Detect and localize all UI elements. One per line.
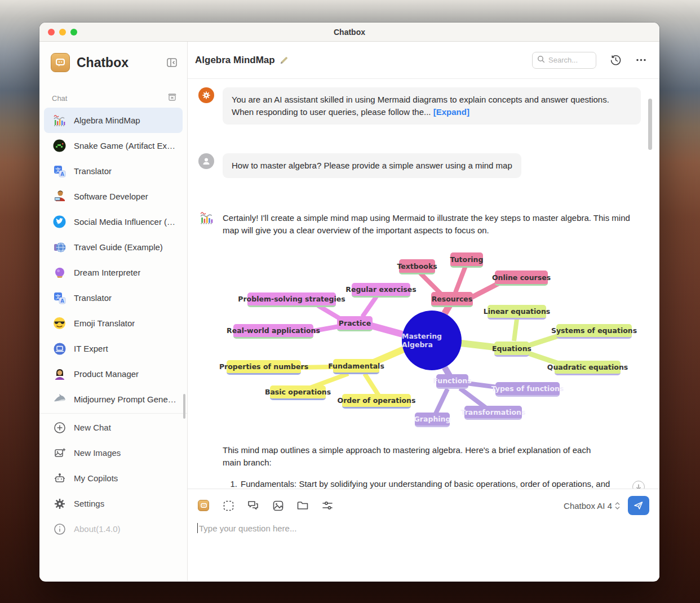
globe-icon — [52, 240, 67, 255]
assistant-toggle-icon[interactable] — [197, 499, 210, 512]
mindmap-node: Linear equations — [488, 305, 546, 320]
sidebar-item-translator-2[interactable]: 文A Translator — [44, 285, 183, 311]
shark-icon — [52, 392, 67, 407]
mindmap-node: Online courses — [495, 271, 548, 286]
sidebar-item-label: Product Manager — [74, 369, 139, 379]
edit-title-icon[interactable] — [280, 56, 289, 65]
message-input-placeholder: Type your question here... — [199, 524, 296, 533]
attach-file-icon[interactable] — [296, 499, 309, 512]
mindmap-node: Fundamentals — [333, 359, 379, 374]
menu-item-label: My Copilots — [74, 473, 118, 483]
game-icon — [52, 138, 67, 153]
send-button[interactable] — [628, 496, 649, 515]
settings-sliders-icon[interactable] — [321, 499, 334, 512]
sidebar-divider — [39, 413, 187, 414]
sidebar-item-label: Translator — [74, 166, 112, 176]
chat-section-label: Chat — [52, 94, 167, 103]
mindmap-node: Problem-solving strategies — [247, 292, 336, 307]
collapse-sidebar-icon[interactable] — [166, 56, 178, 69]
sidebar-item-travel-guide[interactable]: Travel Guide (Example) — [44, 234, 183, 260]
settings-button[interactable]: Settings — [44, 491, 183, 516]
mindmap-node: Textbooks — [399, 259, 435, 274]
chart-icon — [52, 113, 67, 128]
chatbox-window: Chatbox Chatbox Chat — [39, 23, 659, 582]
sidebar-menu: New Chat New Images My Copilots — [39, 415, 187, 542]
new-images-button[interactable]: New Images — [44, 440, 183, 465]
user-avatar — [198, 153, 214, 169]
sidebar-item-label: Algebra MindMap — [74, 116, 140, 125]
sidebar-item-social-media-influencer[interactable]: Social Media Influencer (E… — [44, 209, 183, 234]
sidebar-item-it-expert[interactable]: IT Expert — [44, 336, 183, 361]
main-panel: Algebra MindMap — [188, 42, 659, 581]
menu-item-label: Settings — [74, 499, 104, 508]
mindmap-node: Basic operations — [270, 385, 326, 400]
screenshot-select-icon[interactable] — [222, 499, 234, 512]
conversation-title: Algebra MindMap — [195, 55, 275, 66]
model-label: Chatbox AI 4 — [564, 501, 612, 511]
sidebar-item-label: Emoji Translator — [74, 318, 135, 328]
quote-messages-icon[interactable] — [247, 499, 259, 512]
sidebar-item-midjourney-prompt[interactable]: Midjourney Prompt Gener… — [44, 387, 183, 412]
mindmap-node: Graphing — [415, 413, 450, 427]
mindmap-node: Functions — [436, 374, 468, 389]
new-chat-button[interactable]: New Chat — [44, 415, 183, 440]
user-message-bubble: How to master algebra? Please provide a … — [223, 153, 521, 178]
mindmap-node: Types of functions — [495, 382, 560, 397]
search-icon — [537, 55, 545, 65]
search-input[interactable] — [548, 56, 588, 64]
sidebar-item-label: Software Developer — [74, 192, 148, 201]
titlebar: Chatbox — [39, 23, 659, 42]
assistant-message: Certainly! I'll create a simple mind map… — [188, 210, 659, 237]
model-selector[interactable]: Chatbox AI 4 — [564, 501, 620, 511]
sidebar-item-label: Midjourney Prompt Gener… — [74, 394, 177, 404]
send-paper-plane-icon — [633, 500, 644, 511]
translate-icon: 文A — [52, 290, 67, 305]
sunglasses-icon — [52, 316, 67, 331]
sidebar-item-snake-game[interactable]: Snake Game (Artifact Exa… — [44, 133, 183, 158]
zoom-button[interactable] — [70, 29, 77, 36]
window-title: Chatbox — [334, 28, 365, 37]
minimize-button[interactable] — [59, 29, 66, 36]
clear-chats-icon[interactable] — [167, 92, 177, 104]
close-button[interactable] — [48, 29, 55, 36]
robot-icon — [52, 471, 67, 486]
crystal-ball-icon: ·· — [52, 265, 67, 280]
menu-item-label: About(1.4.0) — [74, 524, 121, 534]
mindmap-node: Tutoring — [450, 252, 483, 268]
menu-item-label: New Images — [74, 448, 121, 458]
sidebar-item-algebra-mindmap[interactable]: Algebra MindMap — [44, 108, 183, 133]
my-copilots-button[interactable]: My Copilots — [44, 465, 183, 491]
menu-item-label: New Chat — [74, 423, 111, 432]
conversation-header: Algebra MindMap — [188, 42, 659, 79]
search-box[interactable] — [532, 52, 596, 69]
chat-scrollbar[interactable] — [648, 99, 652, 150]
svg-text:A: A — [60, 171, 64, 176]
history-icon[interactable] — [610, 54, 622, 66]
mindmap-node: Properties of numbers — [227, 360, 301, 375]
sidebar-item-software-developer[interactable]: Software Developer — [44, 184, 183, 209]
sidebar-scrollbar[interactable] — [183, 394, 185, 419]
mindmap-node: Quadratic equations — [555, 361, 621, 375]
info-icon — [52, 521, 67, 537]
sidebar-item-emoji-translator[interactable]: Emoji Translator — [44, 311, 183, 336]
attach-image-icon[interactable] — [272, 499, 284, 512]
sidebar-item-dream-interpreter[interactable]: ·· Dream Interpreter — [44, 260, 183, 285]
sidebar-item-product-manager[interactable]: Product Manager — [44, 361, 183, 387]
mindmap-node: Real-world applications — [233, 324, 313, 339]
sidebar: Chatbox Chat Algebra MindMap — [39, 42, 188, 581]
sidebar-item-translator-1[interactable]: 文A Translator — [44, 158, 183, 184]
mindmap-node: Practice — [337, 316, 373, 331]
sidebar-item-label: Travel Guide (Example) — [74, 242, 163, 252]
input-panel: Chatbox AI 4 Type your question here... — [188, 489, 659, 581]
expand-link[interactable]: [Expand] — [433, 107, 469, 117]
message-input[interactable]: Type your question here... — [197, 523, 649, 533]
chat-list: Algebra MindMap Snake Game (Artifact Exa… — [39, 108, 187, 412]
assistant-outro-text: This mind map outlines a simple approach… — [188, 432, 633, 469]
more-options-icon[interactable] — [635, 54, 647, 66]
chat-scroll-area[interactable]: You are an AI assistant skilled in using… — [188, 79, 659, 489]
system-message-text: You are an AI assistant skilled in using… — [232, 95, 609, 117]
svg-text:A: A — [60, 298, 64, 303]
sidebar-item-label: Translator — [74, 293, 112, 303]
system-message: You are an AI assistant skilled in using… — [188, 87, 659, 125]
about-button[interactable]: About(1.4.0) — [44, 516, 183, 542]
